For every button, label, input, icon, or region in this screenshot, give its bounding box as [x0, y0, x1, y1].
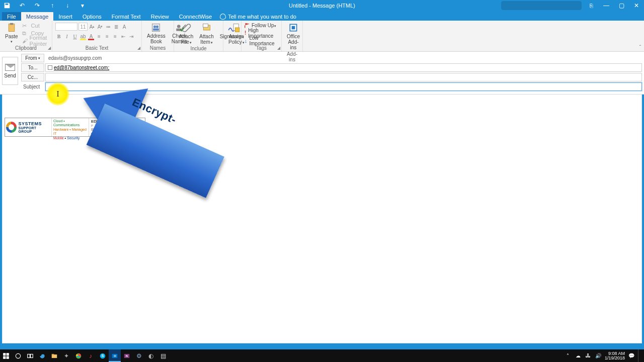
align-left-button[interactable]: ≡ [96, 33, 103, 40]
group-label-basic-text: Basic Text [55, 45, 138, 51]
tab-review[interactable]: Review [146, 12, 174, 21]
basic-text-dialog-launcher[interactable]: ◢ [137, 46, 140, 50]
task-view-button[interactable] [24, 349, 36, 362]
prev-item-icon[interactable]: ↑ [48, 2, 56, 10]
svg-point-4 [156, 26, 158, 28]
collapse-ribbon-button[interactable]: ˆ [639, 45, 641, 50]
clear-formatting-button[interactable]: A [121, 23, 128, 30]
tab-file[interactable]: File [2, 12, 21, 21]
minimize-button[interactable]: — [599, 0, 614, 11]
tab-connectwise[interactable]: ConnectWise [174, 12, 217, 21]
svg-rect-5 [153, 29, 159, 31]
tell-me-search[interactable]: Tell me what you want to do [220, 14, 296, 21]
bullets-button[interactable]: ≔ [105, 23, 112, 30]
tray-volume-icon[interactable]: 🔊 [595, 352, 602, 359]
format-painter-button[interactable]: 🖌Format Painter [22, 37, 49, 44]
svg-rect-13 [292, 26, 295, 30]
numbering-button[interactable]: ≣ [113, 23, 120, 30]
tray-notifications-icon[interactable]: 💬 [628, 352, 635, 359]
to-button[interactable]: To... [21, 63, 44, 72]
ribbon: Paste ▾ ✂Cut ⧉Copy 🖌Format Painter Clipb… [0, 21, 644, 52]
taskbar-file-explorer[interactable] [48, 349, 60, 362]
tray-network-icon[interactable]: 🖧 [585, 352, 592, 359]
bold-button[interactable]: B [55, 33, 62, 40]
group-label-addins: Add-ins [285, 51, 299, 63]
tab-format-text[interactable]: Format Text [107, 12, 146, 21]
svg-rect-11 [235, 28, 239, 32]
address-book-button[interactable]: Address Book [145, 22, 168, 45]
highlight-button[interactable]: ab [79, 33, 87, 40]
font-name-combo[interactable] [55, 23, 77, 31]
quick-access-toolbar: ↶ ↷ ↑ ↓ ▾ [0, 2, 87, 10]
taskbar-edge[interactable] [36, 349, 48, 362]
save-icon[interactable] [3, 2, 11, 10]
taskbar-app-2[interactable]: ♪ [85, 349, 97, 362]
tab-options[interactable]: Options [77, 12, 107, 21]
svg-rect-17 [7, 356, 9, 358]
cut-button[interactable]: ✂Cut [22, 22, 49, 29]
italic-button[interactable]: I [63, 33, 70, 40]
subject-label: Subject [21, 84, 44, 89]
low-importance-button[interactable]: ↓Low Importance [245, 37, 278, 44]
paste-button[interactable]: Paste ▾ [3, 22, 20, 45]
undo-icon[interactable]: ↶ [18, 2, 26, 10]
increase-indent-button[interactable]: ⇥ [128, 33, 135, 40]
underline-button[interactable]: U [71, 33, 78, 40]
clipboard-dialog-launcher[interactable]: ◢ [48, 46, 51, 50]
svg-rect-16 [3, 356, 6, 358]
cc-input[interactable] [45, 73, 642, 81]
next-item-icon[interactable]: ↓ [63, 2, 71, 10]
tray-clock[interactable]: 9:08 AM 1/19/2018 [605, 351, 625, 360]
start-button[interactable] [0, 349, 12, 362]
font-size-combo[interactable]: 11 [78, 23, 88, 31]
grow-font-button[interactable]: A▴ [89, 23, 96, 30]
svg-text:S: S [102, 354, 104, 357]
close-button[interactable]: ✕ [629, 0, 644, 11]
svg-text:O: O [114, 354, 116, 357]
align-center-button[interactable]: ≡ [104, 33, 111, 40]
maximize-button[interactable]: ▢ [614, 0, 629, 11]
taskbar-app-4[interactable]: ◐ [145, 349, 157, 362]
shrink-font-button[interactable]: A▾ [97, 23, 104, 30]
taskbar-chrome[interactable] [72, 349, 85, 362]
attach-item-button[interactable]: Attach Item [197, 22, 215, 46]
font-color-button[interactable]: A [88, 33, 95, 40]
svg-rect-22 [52, 353, 54, 354]
cc-button[interactable]: Cc... [21, 73, 44, 81]
qat-customize-icon[interactable]: ▾ [78, 2, 87, 10]
group-tags: Follow Up !High Importance ↓Low Importan… [242, 21, 282, 51]
decrease-indent-button[interactable]: ⇤ [120, 33, 127, 40]
taskbar-app-1[interactable]: ✦ [60, 349, 72, 362]
group-label-names: Names [145, 45, 171, 51]
paste-label: Paste [5, 34, 18, 39]
tray-onedrive-icon[interactable]: ☁ [575, 352, 582, 359]
taskbar-app-3[interactable]: ⚙ [133, 349, 145, 362]
attach-file-button[interactable]: Attach File [177, 22, 195, 46]
tray-chevron-up-icon[interactable]: ˄ [565, 352, 572, 359]
taskbar-outlook[interactable]: O [109, 349, 121, 362]
svg-rect-20 [31, 354, 33, 357]
ribbon-tabstrip: File Message Insert Options Format Text … [0, 11, 644, 21]
group-label-clipboard: Clipboard [3, 45, 49, 51]
group-basic-text: 11 A▴ A▾ ≔ ≣ A B I U ab A ≡ ≡ ≡ ⇤ ⇥ Basi… [52, 21, 142, 51]
to-input[interactable]: ed@87bartonstreet.com; [45, 63, 642, 72]
svg-rect-0 [9, 24, 15, 32]
group-names: Address Book Check Names Names [142, 21, 174, 51]
recipient-presence-icon [48, 65, 52, 70]
from-button[interactable]: From▾ [21, 54, 44, 62]
send-button[interactable]: Send [2, 57, 18, 85]
office-addins-button[interactable]: Office Add-ins [285, 22, 302, 51]
tab-insert[interactable]: Insert [53, 12, 77, 21]
align-right-button[interactable]: ≡ [112, 33, 119, 40]
taskbar-onenote[interactable]: N [121, 349, 133, 362]
svg-rect-21 [52, 354, 57, 358]
ribbon-display-options-button[interactable]: ⎘ [584, 0, 599, 11]
cortana-button[interactable] [12, 349, 24, 362]
text-cursor-icon: I [56, 89, 59, 99]
taskbar-skype[interactable]: S [97, 349, 109, 362]
taskbar-app-5[interactable]: ▤ [157, 349, 169, 362]
tags-dialog-launcher[interactable]: ◢ [277, 46, 280, 50]
show-desktop-button[interactable] [638, 349, 641, 362]
redo-icon[interactable]: ↷ [33, 2, 41, 10]
tab-message[interactable]: Message [21, 12, 54, 21]
